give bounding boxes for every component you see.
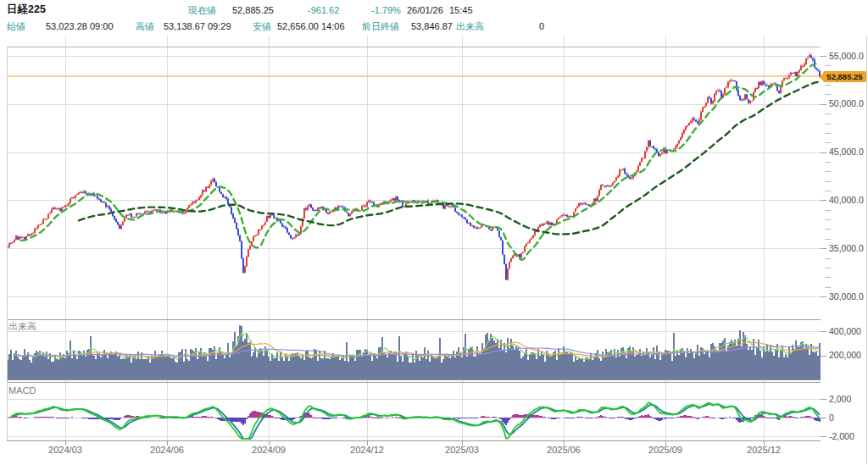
x-axis-label: 2024/03: [48, 445, 82, 455]
gridlines: [7, 36, 831, 446]
x-axis-label: 2024/06: [150, 445, 184, 455]
x-axis-label: 2025/06: [547, 445, 581, 455]
y-axis-label: 200,000: [829, 350, 861, 360]
x-axis-label: 2025/12: [747, 445, 781, 455]
y-axis-label: 50,000.0: [829, 98, 864, 108]
y-axis-label: 30,000.0: [829, 291, 864, 302]
y-axis-label: 2,000: [829, 394, 851, 404]
x-axis-label: 2024/12: [350, 445, 384, 455]
y-axis-label: 0: [829, 412, 834, 423]
current-price-label: 52,885.25: [823, 71, 866, 82]
y-axis-label: 45,000.0: [829, 147, 864, 157]
x-axis-label: 2025/09: [648, 445, 682, 455]
panel-borders: [7, 36, 867, 464]
current-price-label-text: 52,885.25: [826, 72, 862, 81]
macd-lines: [11, 402, 820, 439]
x-axis-label: 2024/09: [252, 445, 286, 455]
chart-canvas[interactable]: 55,000.050,000.045,000.040,000.035,000.0…: [0, 0, 868, 465]
x-axis-label: 2025/03: [445, 445, 479, 455]
axis-labels: 55,000.050,000.045,000.040,000.035,000.0…: [48, 51, 864, 456]
nikkei225-chart-app: { "header": { "symbol": "日経225", "curren…: [0, 0, 868, 465]
volume-panel-title: 出来高: [8, 321, 36, 331]
y-axis-label: 40,000.0: [829, 195, 864, 205]
y-axis-label: 55,000.0: [829, 51, 864, 61]
y-axis-label: -2,000: [829, 431, 854, 441]
y-axis-label: 400,000: [829, 326, 861, 336]
ma-lines: [21, 64, 820, 260]
macd-panel-title: MACD: [8, 385, 36, 396]
y-axis-label: 35,000.0: [829, 243, 864, 253]
candlesticks: [7, 53, 821, 280]
